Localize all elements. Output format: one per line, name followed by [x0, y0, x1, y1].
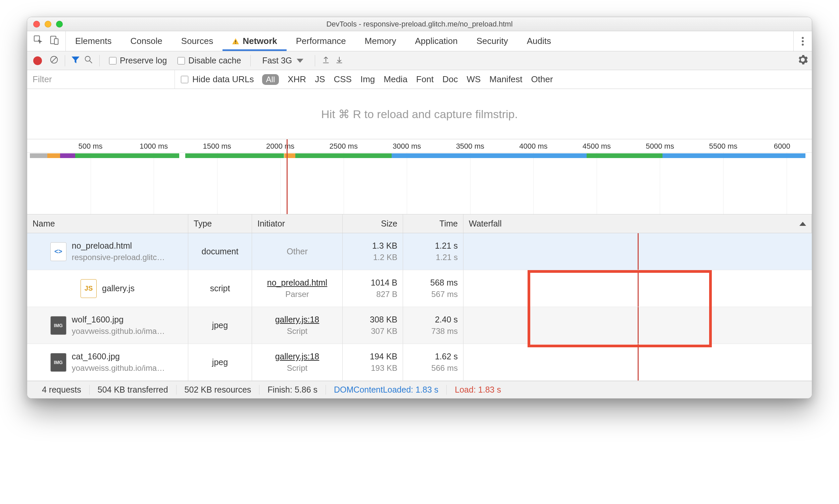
filter-type-xhr[interactable]: XHR: [288, 74, 306, 85]
export-har-icon[interactable]: [335, 55, 344, 67]
network-status-bar: 4 requests 504 KB transferred 502 KB res…: [27, 381, 812, 398]
disable-cache-input[interactable]: [178, 57, 185, 65]
table-header: Name Type Initiator Size Time Waterfall: [27, 214, 812, 233]
request-size-resource: 307 KB: [371, 326, 397, 336]
filter-type-js[interactable]: JS: [315, 74, 325, 85]
footer-load: Load: 1.83 s: [447, 385, 509, 395]
filter-type-media[interactable]: Media: [383, 74, 407, 85]
request-name: gallery.js: [102, 284, 135, 293]
filter-type-manifest[interactable]: Manifest: [489, 74, 522, 85]
search-icon[interactable]: [84, 55, 93, 67]
footer-requests: 4 requests: [34, 385, 90, 395]
request-row[interactable]: JSgallery.jsscriptno_preload.htmlParser1…: [27, 270, 812, 307]
overview-bar: [587, 154, 662, 158]
column-size[interactable]: Size: [343, 214, 403, 233]
load-line: [638, 270, 639, 307]
overview-bar: [47, 154, 60, 158]
overview-tick: 500 ms: [78, 142, 102, 151]
tab-network[interactable]: Network: [222, 33, 287, 51]
file-icon: IMG: [50, 353, 67, 372]
request-size-resource: 193 KB: [371, 363, 397, 373]
footer-finish: Finish: 5.86 s: [260, 385, 326, 395]
request-name: wolf_1600.jpg: [72, 315, 165, 324]
disable-cache-label: Disable cache: [188, 56, 241, 66]
tab-label: Network: [243, 36, 277, 46]
request-size-resource: 1.2 KB: [373, 253, 397, 262]
tab-security[interactable]: Security: [467, 31, 517, 51]
preserve-log-checkbox[interactable]: Preserve log: [109, 56, 167, 66]
throttling-value: Fast 3G: [262, 56, 292, 66]
overview-bar: [662, 154, 805, 158]
device-toolbar-icon[interactable]: [49, 35, 59, 47]
sort-ascending-icon: [799, 222, 806, 226]
column-name[interactable]: Name: [27, 214, 188, 233]
overview-tick: 1000 ms: [140, 142, 168, 151]
clear-icon[interactable]: [49, 55, 59, 67]
tab-sources[interactable]: Sources: [172, 31, 222, 51]
filter-type-ws[interactable]: WS: [466, 74, 481, 85]
filter-type-doc[interactable]: Doc: [442, 74, 458, 85]
tab-label: Application: [415, 36, 458, 46]
inspect-element-icon[interactable]: [33, 35, 43, 47]
tab-performance[interactable]: Performance: [287, 31, 355, 51]
request-initiator[interactable]: no_preload.html: [267, 278, 327, 288]
file-icon: <>: [50, 242, 67, 261]
overview-bar: [75, 154, 179, 158]
devtools-tabs: ElementsConsoleSourcesNetworkPerformance…: [27, 31, 812, 51]
load-line: [638, 233, 639, 270]
request-initiator[interactable]: gallery.js:18: [275, 352, 320, 361]
column-time[interactable]: Time: [403, 214, 463, 233]
overview-timeline[interactable]: 500 ms1000 ms1500 ms2000 ms2500 ms3000 m…: [27, 139, 812, 214]
request-row[interactable]: <>no_preload.htmlresponsive-preload.glit…: [27, 233, 812, 270]
hide-data-urls-checkbox[interactable]: Hide data URLs: [181, 74, 254, 85]
filter-type-css[interactable]: CSS: [334, 74, 351, 85]
column-waterfall[interactable]: Waterfall: [463, 214, 812, 233]
column-initiator[interactable]: Initiator: [252, 214, 343, 233]
svg-rect-3: [235, 40, 236, 42]
import-har-icon[interactable]: [321, 55, 331, 67]
disable-cache-checkbox[interactable]: Disable cache: [178, 56, 241, 66]
request-latency: 566 ms: [431, 363, 458, 373]
tab-memory[interactable]: Memory: [355, 31, 406, 51]
record-button[interactable]: [33, 56, 42, 65]
request-type: jpeg: [212, 321, 228, 330]
request-initiator[interactable]: gallery.js:18: [275, 315, 320, 324]
overview-tick: 5500 ms: [709, 142, 737, 151]
filter-type-font[interactable]: Font: [416, 74, 433, 85]
filter-type-all[interactable]: All: [262, 74, 279, 85]
hide-data-urls-label: Hide data URLs: [192, 74, 254, 85]
tab-console[interactable]: Console: [121, 31, 172, 51]
filmstrip-hint: Hit ⌘ R to reload and capture filmstrip.: [27, 89, 812, 139]
overview-tick: 3500 ms: [456, 142, 484, 151]
svg-point-5: [802, 37, 804, 39]
column-type[interactable]: Type: [188, 214, 252, 233]
filter-type-img[interactable]: Img: [360, 74, 375, 85]
request-latency: 1.21 s: [436, 253, 458, 262]
request-time: 1.21 s: [435, 241, 458, 251]
request-row[interactable]: IMGcat_1600.jpgyoavweiss.github.io/ima…j…: [27, 344, 812, 381]
settings-icon[interactable]: [798, 55, 808, 67]
svg-point-10: [85, 56, 90, 61]
tab-application[interactable]: Application: [406, 31, 467, 51]
tab-elements[interactable]: Elements: [66, 31, 121, 51]
filter-icon[interactable]: [71, 55, 80, 66]
more-options-icon[interactable]: [793, 31, 812, 51]
preserve-log-input[interactable]: [109, 57, 117, 65]
request-table: Name Type Initiator Size Time Waterfall …: [27, 214, 812, 381]
request-host: yoavweiss.github.io/ima…: [72, 326, 165, 336]
devtools-window: DevTools - responsive-preload.glitch.me/…: [27, 17, 812, 399]
request-row[interactable]: IMGwolf_1600.jpgyoavweiss.github.io/ima……: [27, 307, 812, 344]
filter-input[interactable]: [27, 70, 175, 89]
load-line: [638, 307, 639, 344]
request-latency: 738 ms: [431, 326, 458, 336]
overview-bar: [185, 154, 284, 158]
footer-resources: 502 KB resources: [177, 385, 260, 395]
overview-tick: 2500 ms: [329, 142, 358, 151]
footer-transferred: 504 KB transferred: [90, 385, 177, 395]
tab-audits[interactable]: Audits: [517, 31, 560, 51]
filter-type-other[interactable]: Other: [531, 74, 553, 85]
request-type: document: [202, 247, 238, 256]
hide-data-urls-input[interactable]: [181, 76, 188, 83]
svg-rect-4: [235, 43, 236, 43]
throttling-select[interactable]: Fast 3G: [257, 56, 309, 66]
